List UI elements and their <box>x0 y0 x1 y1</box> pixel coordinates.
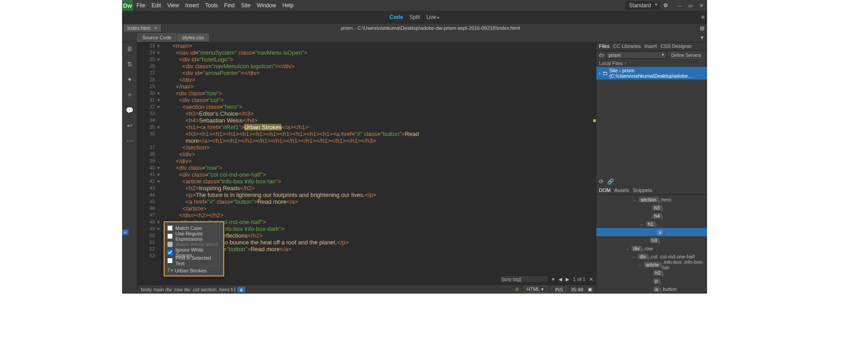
code-body[interactable]: <main> <nav id="menuSystem" class="navMe… <box>163 42 596 273</box>
line-gutter: 23 ▼24 ▼25 ▼26 27 28 29 30 ▼31 ▼32 ▼33 3… <box>137 42 163 273</box>
menu-find[interactable]: Find <box>224 2 235 9</box>
language-indicator[interactable]: HTML ▾ <box>524 286 547 293</box>
dom-tab-dom[interactable]: DOM <box>599 187 611 193</box>
overview-icon[interactable]: ▣ <box>588 286 592 292</box>
view-split[interactable]: Split <box>410 14 420 20</box>
wrap-icon[interactable]: ↩ <box>127 122 132 129</box>
styles-css-tab[interactable]: styles.css <box>177 33 209 42</box>
site-folder-icon: 🗁 <box>599 52 604 58</box>
close-button[interactable]: ✕ <box>698 2 704 9</box>
menu-site[interactable]: Site <box>241 2 250 9</box>
crumb-section[interactable]: section <box>201 287 217 292</box>
menu-help[interactable]: Help <box>283 2 294 9</box>
close-find-icon[interactable]: ✕ <box>589 276 593 282</box>
file-tab-label: index.html <box>127 25 150 31</box>
menu-edit[interactable]: Edit <box>151 2 161 9</box>
close-tab-icon[interactable]: × <box>154 25 157 31</box>
tag-filter[interactable]: [any tag] <box>500 276 548 283</box>
panel-tab-css-designer[interactable]: CSS Designer <box>660 43 692 49</box>
source-code-tab[interactable]: Source Code <box>137 33 176 42</box>
find-bar-controls: [any tag] ▾ ◀ ▶ 1 of 1 ✕ <box>500 274 596 285</box>
crumb-div[interactable]: div <box>184 287 190 292</box>
sync-icon[interactable]: ⚙ <box>663 2 668 9</box>
tag-filter-dropdown-icon[interactable]: ▾ <box>552 276 555 282</box>
dom-node-h4[interactable]: h4 <box>596 212 707 220</box>
workspace-switcher[interactable]: Standard <box>626 1 660 9</box>
dom-node-h3[interactable]: ›h3 <box>596 236 707 244</box>
panel-tab-insert[interactable]: Insert <box>644 43 657 49</box>
match-count: 1 of 1 <box>573 276 585 282</box>
no-errors-icon: ⊘ <box>515 286 519 292</box>
dom-node-section[interactable]: ⌄section .hero <box>596 196 707 204</box>
define-servers-button[interactable]: Define Servers <box>668 52 704 59</box>
refresh-icon[interactable]: ⟳ <box>599 178 604 185</box>
more-icon[interactable]: ⋯ <box>127 137 133 145</box>
menu-window[interactable]: Window <box>257 2 276 9</box>
code-editor[interactable]: 23 ▼24 ▼25 ▼26 27 28 29 30 ▼31 ▼32 ▼33 3… <box>137 42 596 294</box>
css-icon[interactable]: ✦ <box>127 76 132 83</box>
crumb-div[interactable]: div <box>165 287 172 292</box>
view-code[interactable]: Code <box>390 14 403 20</box>
find-opt-find-in-selected-text[interactable]: Find in Selected Text <box>167 257 221 265</box>
panel-tab-cc-libraries[interactable]: CC Libraries <box>613 43 641 49</box>
dom-node-article[interactable]: ⌄article .info-box .info-box-tan <box>596 261 707 269</box>
dreamweaver-window: Dw FileEditViewInsertToolsFindSiteWindow… <box>122 0 707 294</box>
find-options-popup: Match Case Use Regular Expressions Match… <box>164 221 224 276</box>
status-bar: body main div .row div .col section .her… <box>137 285 596 294</box>
crumb-col[interactable]: .col <box>192 287 199 292</box>
site-selector[interactable]: prism <box>606 51 666 59</box>
diff-icon[interactable]: ⇅ <box>127 61 132 68</box>
crumb-a[interactable]: a <box>237 287 245 292</box>
doc-options-icon[interactable]: ▥ <box>700 25 704 31</box>
next-match-icon[interactable]: ▶ <box>566 276 569 282</box>
app-logo: Dw <box>122 0 133 11</box>
crumb-row[interactable]: .row <box>173 287 183 292</box>
link-icon[interactable]: 🔗 <box>607 178 614 185</box>
file-tab[interactable]: index.html × <box>124 24 161 32</box>
find-mode-icon[interactable]: T▾ <box>167 267 173 273</box>
local-files-header[interactable]: Local Files ↑ <box>596 60 707 67</box>
crumb-h1[interactable]: h1 <box>231 287 236 292</box>
view-live[interactable]: Live <box>426 14 440 20</box>
wand-icon[interactable]: ✧ <box>127 91 132 98</box>
crumb-hero[interactable]: .hero <box>218 287 229 292</box>
menu-view[interactable]: View <box>167 2 179 9</box>
dom-node-h2[interactable]: h2 <box>596 293 707 294</box>
crumb-main[interactable]: main <box>153 287 164 292</box>
dom-node-a[interactable]: +a <box>596 228 707 236</box>
dom-node-a[interactable]: a .button <box>596 285 707 293</box>
dom-node-div[interactable]: ⌄div .row <box>596 244 707 252</box>
site-root-label: Site - prism (C:\Users\nishkuma\Desktop\… <box>609 68 704 79</box>
minimize-button[interactable]: — <box>676 2 683 9</box>
dom-node-h1[interactable]: ⌄h1 <box>596 220 707 228</box>
file-management-icon[interactable]: 🗎 <box>127 45 133 52</box>
document-path: prism - C:\Users\nishkuma\Desktop\adobe-… <box>161 25 700 31</box>
panel-tab-files[interactable]: Files <box>599 43 609 49</box>
filter-icon[interactable]: ▾ <box>701 34 703 41</box>
dom-node-h3[interactable]: h3 <box>596 204 707 212</box>
related-files-bar: Source Code styles.css ▾ <box>122 33 707 42</box>
document-bar: index.html × prism - C:\Users\nishkuma\D… <box>122 23 707 33</box>
menubar: Dw FileEditViewInsertToolsFindSiteWindow… <box>122 0 707 11</box>
comment-icon[interactable]: 💬 <box>126 107 133 114</box>
site-root-item[interactable]: › 🗀 Site - prism (C:\Users\nishkuma\Desk… <box>596 67 707 79</box>
dom-tree[interactable]: ⌄section .heroh3h4⌄h1+a›h3⌄div .row⌄div … <box>596 195 707 294</box>
find-search-row: T▾ <box>167 266 221 274</box>
right-panel: FilesCC LibrariesInsertCSS Designer 🗁 pr… <box>596 42 707 294</box>
match-marker <box>593 119 596 122</box>
insert-mode[interactable]: INS <box>552 286 566 293</box>
menu-tools[interactable]: Tools <box>205 2 218 9</box>
dom-node-p[interactable]: p <box>596 277 707 285</box>
find-opt-use-regular-expressions[interactable]: Use Regular Expressions <box>167 232 221 240</box>
panel-menu-icon[interactable]: ≡ <box>701 14 704 20</box>
expand-icon[interactable]: › <box>599 70 601 76</box>
maximize-button[interactable]: ▭ <box>687 2 693 9</box>
dom-tab-assets[interactable]: Assets <box>614 187 629 193</box>
dom-tab-snippets[interactable]: Snippets <box>633 187 652 193</box>
crumb-body[interactable]: body <box>141 287 152 292</box>
menu-file[interactable]: File <box>137 2 145 9</box>
find-input[interactable] <box>175 268 220 273</box>
prev-match-icon[interactable]: ◀ <box>558 276 562 282</box>
menu-insert[interactable]: Insert <box>185 2 199 9</box>
view-switcher: Code Split Live ≡ <box>122 11 707 23</box>
